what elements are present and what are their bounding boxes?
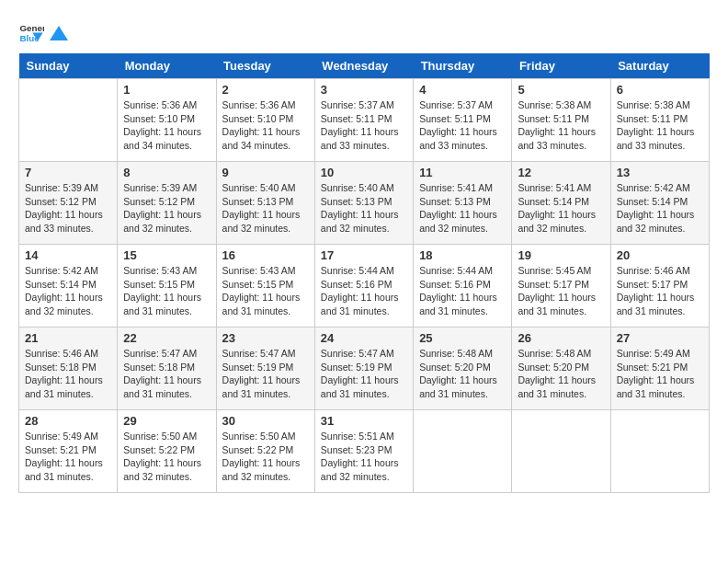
calendar-cell: 16Sunrise: 5:43 AM Sunset: 5:15 PM Dayli… [216, 245, 314, 327]
day-info: Sunrise: 5:45 AM Sunset: 5:17 PM Dayligh… [518, 264, 604, 318]
calendar-cell [414, 410, 512, 493]
day-number: 2 [222, 83, 309, 97]
calendar-cell: 18Sunrise: 5:44 AM Sunset: 5:16 PM Dayli… [414, 245, 512, 327]
calendar-cell: 24Sunrise: 5:47 AM Sunset: 5:19 PM Dayli… [314, 327, 413, 410]
day-info: Sunrise: 5:40 AM Sunset: 5:13 PM Dayligh… [321, 181, 407, 236]
day-number: 13 [617, 166, 703, 179]
weekday-header-wednesday: Wednesday [314, 53, 413, 79]
day-info: Sunrise: 5:49 AM Sunset: 5:21 PM Dayligh… [617, 347, 703, 401]
day-number: 8 [123, 166, 210, 179]
calendar-cell [19, 79, 118, 162]
calendar-cell: 31Sunrise: 5:51 AM Sunset: 5:23 PM Dayli… [314, 410, 413, 493]
calendar-cell: 9Sunrise: 5:40 AM Sunset: 5:13 PM Daylig… [216, 162, 314, 245]
page-header: General Blue [18, 18, 710, 44]
calendar-week-2: 7Sunrise: 5:39 AM Sunset: 5:12 PM Daylig… [19, 162, 710, 245]
day-info: Sunrise: 5:38 AM Sunset: 5:11 PM Dayligh… [617, 98, 703, 153]
calendar-cell: 22Sunrise: 5:47 AM Sunset: 5:18 PM Dayli… [118, 327, 216, 410]
calendar-week-1: 1Sunrise: 5:36 AM Sunset: 5:10 PM Daylig… [19, 79, 710, 162]
day-number: 21 [25, 331, 111, 345]
day-number: 26 [518, 331, 604, 345]
logo-icon: General Blue [18, 18, 44, 44]
day-number: 18 [419, 248, 506, 262]
calendar-week-5: 28Sunrise: 5:49 AM Sunset: 5:21 PM Dayli… [19, 410, 710, 493]
calendar-cell: 12Sunrise: 5:41 AM Sunset: 5:14 PM Dayli… [512, 162, 610, 245]
calendar-cell: 1Sunrise: 5:36 AM Sunset: 5:10 PM Daylig… [118, 79, 216, 162]
day-number: 11 [419, 166, 506, 179]
day-number: 6 [617, 83, 703, 97]
weekday-header-sunday: Sunday [19, 53, 118, 79]
calendar-cell: 5Sunrise: 5:38 AM Sunset: 5:11 PM Daylig… [512, 79, 610, 162]
day-info: Sunrise: 5:40 AM Sunset: 5:13 PM Dayligh… [222, 181, 309, 236]
day-info: Sunrise: 5:42 AM Sunset: 5:14 PM Dayligh… [25, 264, 111, 318]
calendar-cell: 28Sunrise: 5:49 AM Sunset: 5:21 PM Dayli… [19, 410, 118, 493]
day-info: Sunrise: 5:43 AM Sunset: 5:15 PM Dayligh… [123, 264, 210, 318]
day-number: 25 [419, 331, 506, 345]
day-number: 1 [123, 83, 210, 97]
calendar-cell: 2Sunrise: 5:36 AM Sunset: 5:10 PM Daylig… [216, 79, 314, 162]
weekday-header-saturday: Saturday [610, 53, 709, 79]
weekday-header-friday: Friday [512, 53, 610, 79]
calendar-table: SundayMondayTuesdayWednesdayThursdayFrid… [18, 53, 710, 493]
calendar-cell: 13Sunrise: 5:42 AM Sunset: 5:14 PM Dayli… [610, 162, 709, 245]
day-info: Sunrise: 5:50 AM Sunset: 5:22 PM Dayligh… [222, 430, 309, 484]
day-number: 19 [518, 248, 604, 262]
day-number: 31 [321, 414, 407, 428]
day-info: Sunrise: 5:47 AM Sunset: 5:19 PM Dayligh… [321, 347, 407, 401]
calendar-cell: 20Sunrise: 5:46 AM Sunset: 5:17 PM Dayli… [610, 245, 709, 327]
day-info: Sunrise: 5:42 AM Sunset: 5:14 PM Dayligh… [617, 181, 703, 236]
calendar-cell [512, 410, 610, 493]
day-number: 16 [222, 248, 309, 262]
calendar-cell: 26Sunrise: 5:48 AM Sunset: 5:20 PM Dayli… [512, 327, 610, 410]
calendar-cell: 10Sunrise: 5:40 AM Sunset: 5:13 PM Dayli… [314, 162, 413, 245]
calendar-cell: 21Sunrise: 5:46 AM Sunset: 5:18 PM Dayli… [19, 327, 118, 410]
day-info: Sunrise: 5:37 AM Sunset: 5:11 PM Dayligh… [321, 98, 407, 153]
calendar-week-3: 14Sunrise: 5:42 AM Sunset: 5:14 PM Dayli… [19, 245, 710, 327]
day-info: Sunrise: 5:36 AM Sunset: 5:10 PM Dayligh… [123, 98, 210, 153]
calendar-cell: 17Sunrise: 5:44 AM Sunset: 5:16 PM Dayli… [314, 245, 413, 327]
day-number: 5 [518, 83, 604, 97]
day-info: Sunrise: 5:46 AM Sunset: 5:18 PM Dayligh… [25, 347, 111, 401]
day-number: 30 [222, 414, 309, 428]
day-number: 7 [25, 166, 111, 179]
weekday-header-monday: Monday [118, 53, 216, 79]
day-number: 4 [419, 83, 506, 97]
day-info: Sunrise: 5:48 AM Sunset: 5:20 PM Dayligh… [419, 347, 506, 401]
calendar-cell: 14Sunrise: 5:42 AM Sunset: 5:14 PM Dayli… [19, 245, 118, 327]
day-info: Sunrise: 5:37 AM Sunset: 5:11 PM Dayligh… [419, 98, 506, 153]
day-number: 28 [25, 414, 111, 428]
calendar-cell: 8Sunrise: 5:39 AM Sunset: 5:12 PM Daylig… [118, 162, 216, 245]
svg-text:General: General [19, 23, 44, 33]
calendar-header: SundayMondayTuesdayWednesdayThursdayFrid… [19, 53, 710, 79]
calendar-cell: 25Sunrise: 5:48 AM Sunset: 5:20 PM Dayli… [414, 327, 512, 410]
day-number: 29 [123, 414, 210, 428]
day-info: Sunrise: 5:49 AM Sunset: 5:21 PM Dayligh… [25, 430, 111, 484]
day-number: 20 [617, 248, 703, 262]
weekday-header-tuesday: Tuesday [216, 53, 314, 79]
day-info: Sunrise: 5:48 AM Sunset: 5:20 PM Dayligh… [518, 347, 604, 401]
day-number: 23 [222, 331, 309, 345]
calendar-cell: 3Sunrise: 5:37 AM Sunset: 5:11 PM Daylig… [314, 79, 413, 162]
day-info: Sunrise: 5:39 AM Sunset: 5:12 PM Dayligh… [25, 181, 111, 236]
svg-marker-3 [50, 26, 68, 40]
day-info: Sunrise: 5:47 AM Sunset: 5:19 PM Dayligh… [222, 347, 309, 401]
day-number: 15 [123, 248, 210, 262]
calendar-cell: 27Sunrise: 5:49 AM Sunset: 5:21 PM Dayli… [610, 327, 709, 410]
day-number: 17 [321, 248, 407, 262]
day-info: Sunrise: 5:51 AM Sunset: 5:23 PM Dayligh… [321, 430, 407, 484]
day-info: Sunrise: 5:44 AM Sunset: 5:16 PM Dayligh… [321, 264, 407, 318]
day-number: 9 [222, 166, 309, 179]
logo: General Blue [18, 18, 68, 44]
day-info: Sunrise: 5:38 AM Sunset: 5:11 PM Dayligh… [518, 98, 604, 153]
day-info: Sunrise: 5:41 AM Sunset: 5:14 PM Dayligh… [518, 181, 604, 236]
day-info: Sunrise: 5:36 AM Sunset: 5:10 PM Dayligh… [222, 98, 309, 153]
calendar-cell: 4Sunrise: 5:37 AM Sunset: 5:11 PM Daylig… [414, 79, 512, 162]
calendar-cell [610, 410, 709, 493]
calendar-cell: 23Sunrise: 5:47 AM Sunset: 5:19 PM Dayli… [216, 327, 314, 410]
day-number: 22 [123, 331, 210, 345]
calendar-cell: 6Sunrise: 5:38 AM Sunset: 5:11 PM Daylig… [610, 79, 709, 162]
calendar-cell: 19Sunrise: 5:45 AM Sunset: 5:17 PM Dayli… [512, 245, 610, 327]
day-info: Sunrise: 5:50 AM Sunset: 5:22 PM Dayligh… [123, 430, 210, 484]
day-number: 14 [25, 248, 111, 262]
day-info: Sunrise: 5:47 AM Sunset: 5:18 PM Dayligh… [123, 347, 210, 401]
day-number: 10 [321, 166, 407, 179]
